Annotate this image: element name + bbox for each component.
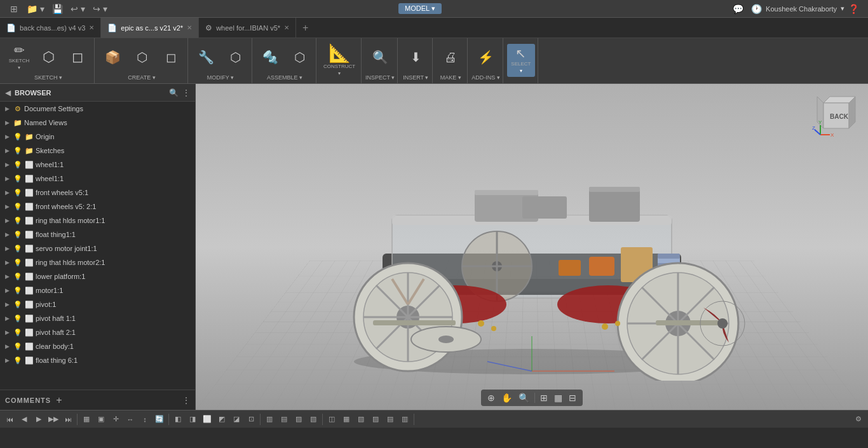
tree-item-front-wheels-2[interactable]: ▶ 💡 ⬜ front wheels v5: 2:1 [0,200,195,214]
insert-tool[interactable]: ⬇ [402,41,430,74]
first-frame-btn[interactable]: ⏮ [3,412,17,426]
next-frame-btn[interactable]: ▶▶ [46,412,60,426]
tool15[interactable]: ▨ [292,412,306,426]
hole-tool[interactable]: ◻ [157,41,185,74]
select-icon: ↖ [515,47,526,60]
tool6[interactable]: 🔄 [153,412,166,426]
surface-tool[interactable]: ◻ [64,41,92,74]
motion-link-tool[interactable]: ⬡ [285,41,313,74]
last-frame-btn[interactable]: ⏭ [61,412,75,426]
tool17[interactable]: ◫ [325,412,339,426]
tab-close-3[interactable]: ✕ [284,24,289,31]
motion-icon: ⬡ [294,51,305,64]
add-comment-btn[interactable]: + [56,395,62,406]
tree-item-pivot-haft1[interactable]: ▶ 💡 ⬜ pivot haft 1:1 [0,311,195,325]
tree-item-motor1[interactable]: ▶ 💡 ⬜ motor1:1 [0,283,195,297]
browser-collapse-btn[interactable]: ◀ [5,88,11,97]
viewport[interactable]: BACK X Y Z ⊕ ✋ 🔍 ⊞ ▦ ⊟ [196,84,868,410]
tree-item-lower-platform[interactable]: ▶ 💡 ⬜ lower platform:1 [0,269,195,283]
vis-icon: 💡 [13,175,23,183]
construct-icon: 📐 [329,44,351,62]
tab-close-2[interactable]: ✕ [187,24,192,31]
tree-item-pivot-haft2[interactable]: ▶ 💡 ⬜ pivot haft 2:1 [0,325,195,339]
tree-item-float-thing6[interactable]: ▶ 💡 ⬜ float thing 6:1 [0,353,195,367]
view-layout-btn[interactable]: ⊟ [566,391,579,404]
tree-item-float-thing1[interactable]: ▶ 💡 ⬜ float thing1:1 [0,227,195,241]
history-icon[interactable]: 🕐 [747,4,766,14]
tool1[interactable]: ▦ [79,412,93,426]
joint-tool[interactable]: 🔩 [256,41,284,74]
tree-item-front-wheels-1[interactable]: ▶ 💡 ⬜ front wheels v5:1 [0,186,195,200]
tool18[interactable]: ▦ [339,412,353,426]
undo-btn[interactable]: ↩ ▾ [67,4,89,14]
item-label: ring that hlds motor2:1 [36,259,105,266]
tree-item-clear-body[interactable]: ▶ 💡 ⬜ clear body:1 [0,339,195,353]
play-btn[interactable]: ▶ [32,412,46,426]
tree-item-servo-motor[interactable]: ▶ 💡 ⬜ servo motor joint1:1 [0,241,195,255]
tree-item-sketches[interactable]: ▶ 💡 📁 Sketches [0,144,195,158]
tool10[interactable]: ◩ [215,412,229,426]
new-component-tool[interactable]: 📦 [98,41,126,74]
viewcube[interactable]: BACK X Y Z [811,90,862,141]
item-label: pivot haft 1:1 [36,315,76,322]
tool11[interactable]: ◪ [229,412,243,426]
component-icon: ⬜ [24,175,34,183]
create-form-tool[interactable]: ⬡ [34,41,62,74]
expand-comments-btn[interactable]: ⋮ [182,396,190,405]
tool20[interactable]: ▨ [369,412,383,426]
make-tool[interactable]: 🖨 [437,41,465,74]
tree-item-wheel1-1a[interactable]: ▶ 💡 ⬜ wheel1:1 [0,158,195,172]
tool8[interactable]: ◨ [186,412,200,426]
tool22[interactable]: ▥ [398,412,412,426]
tool9[interactable]: ⬜ [200,412,214,426]
orbit-icon[interactable]: ⊕ [485,391,498,404]
sketch-tool[interactable]: ✏ SKETCH ▾ [5,41,33,74]
tool5[interactable]: ↕ [138,412,152,426]
pan-icon[interactable]: ✋ [499,391,515,404]
tool14[interactable]: ▤ [277,412,291,426]
grid-icon[interactable]: ⊞ [5,4,23,14]
tree-item-named-views[interactable]: ▶ 📁 Named Views [0,116,195,130]
tree-item-pivot1[interactable]: ▶ 💡 ⬜ pivot:1 [0,297,195,311]
press-pull-tool[interactable]: 🔧 [192,41,220,74]
tree-item-origin[interactable]: ▶ 💡 📁 Origin [0,130,195,144]
prev-frame-btn[interactable]: ◀ [17,412,31,426]
browser-options-btn[interactable]: ⋮ [182,88,190,97]
grid-toggle-btn[interactable]: ▦ [552,391,565,404]
tool3[interactable]: ✛ [109,412,123,426]
construct-tool[interactable]: 📐 CONSTRUCT ▾ [320,44,358,77]
extrude-tool[interactable]: ⬡ [128,41,156,74]
tool21[interactable]: ▤ [383,412,397,426]
file-menu[interactable]: 📁 ▾ [23,4,48,14]
tab-epic[interactable]: 📄 epic as c...s v21 v2* ✕ [101,18,199,38]
tool19[interactable]: ▧ [354,412,368,426]
separator3 [260,414,261,425]
tree-item-wheel1-1b[interactable]: ▶ 💡 ⬜ wheel1:1 [0,172,195,186]
select-tool[interactable]: ↖ SELECT ▾ [507,44,535,77]
tool12[interactable]: ⊡ [244,412,258,426]
tab-back-chas[interactable]: 📄 back chas...es) v4 v3 ✕ [0,18,101,38]
browser-search-btn[interactable]: 🔍 [169,88,179,97]
tree-item-doc-settings[interactable]: ▶ ⚙ Document Settings [0,102,195,116]
tool16[interactable]: ▧ [306,412,320,426]
inspect-tool[interactable]: 🔍 [366,41,394,74]
save-btn[interactable]: 💾 [48,4,67,14]
tree-item-ring-motor2[interactable]: ▶ 💡 ⬜ ring that hlds motor2:1 [0,255,195,269]
model-mode-btn[interactable]: MODEL ▾ [398,3,442,14]
add-tab-btn[interactable]: + [296,22,315,34]
tab-wheel[interactable]: ⚙ wheel for...IBIAN v5* ✕ [199,18,296,38]
tool13[interactable]: ▥ [262,412,276,426]
fillet-tool[interactable]: ⬡ [221,41,249,74]
tree-item-ring-motor1[interactable]: ▶ 💡 ⬜ ring that hlds motor1:1 [0,214,195,227]
display-mode-btn[interactable]: ⊞ [538,391,550,404]
tool7[interactable]: ◧ [171,412,185,426]
help-icon[interactable]: ❓ [844,4,863,14]
settings-btn[interactable]: ⚙ [851,412,865,426]
addins-tool[interactable]: ⚡ [472,41,500,74]
zoom-icon[interactable]: 🔍 [516,391,532,404]
tab-close-1[interactable]: ✕ [89,24,94,31]
tool4[interactable]: ↔ [123,412,137,426]
chat-icon[interactable]: 💬 [729,4,747,14]
redo-btn[interactable]: ↪ ▾ [89,4,111,14]
tool2[interactable]: ▣ [94,412,108,426]
